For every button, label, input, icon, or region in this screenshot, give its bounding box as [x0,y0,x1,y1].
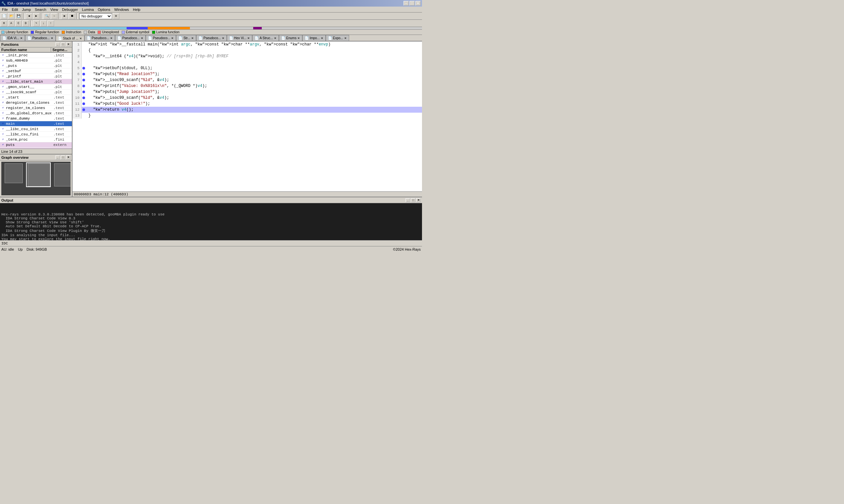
tab-pseudo2-close[interactable]: ✕ [110,37,113,40]
open-button[interactable]: 📂 [8,13,15,19]
minimize-button[interactable]: ─ [403,1,409,5]
tab-ida-view[interactable]: 📄 IDA Vi... ✕ [0,35,25,41]
tab-hex[interactable]: 📄 Hex Vi... ✕ [227,35,253,41]
functions-minimize[interactable]: _ [55,42,60,47]
back-button[interactable]: ◀ [26,13,32,19]
tab-imports[interactable]: 📄 Impo... ✕ [302,35,326,41]
output-maximize[interactable]: □ [411,198,415,202]
function-row[interactable]: ⚡_init_proc.init [0,53,72,58]
tab-stack-close[interactable]: ✕ [80,37,82,40]
tab-pseudo3[interactable]: 📄 Pseudoco... ✕ [115,35,146,41]
tool-code[interactable]: C [15,20,22,26]
function-row[interactable]: ⚡putsextern [0,142,72,148]
graph-close[interactable]: ✕ [66,156,71,159]
graph-maximize[interactable]: □ [61,156,65,159]
goto-button[interactable]: → [51,13,57,19]
menu-edit[interactable]: Edit [10,7,20,12]
graph-minimize[interactable]: _ [55,156,60,159]
tab-exports-close[interactable]: ✕ [344,37,347,40]
code-view[interactable]: 1"kw">int "kw">__fastcall main("kw">int … [72,41,422,192]
functions-close[interactable]: ✕ [66,42,71,47]
function-row[interactable]: ⚡__libc_start_main.plt [0,79,72,84]
tab-exports[interactable]: 📄 Expo... ✕ [326,35,349,41]
tab-str[interactable]: 📄 Str... ✕ [176,35,196,41]
output-close[interactable]: ✕ [416,198,421,202]
tab-pseudo1[interactable]: 📄 Pseudoco... ✕ [25,35,56,41]
tab-ida-view-close[interactable]: ✕ [20,37,23,40]
tab-pseudo4[interactable]: 📄 Pseudoco... ✕ [146,35,176,41]
code-line[interactable]: 13} [72,113,422,119]
tab-stack[interactable]: 📄 Stack of ... ✕ [56,36,84,41]
function-row[interactable]: ⚡sub_4004E0.plt [0,58,72,63]
function-row[interactable]: ⚡_term_proc.fini [0,137,72,142]
function-row[interactable]: ⚡frame_dummy.text [0,116,72,121]
function-row[interactable]: ⚡__libc_csu_init.text [0,126,72,132]
function-row[interactable]: ⚡_gmon_start__.plt [0,84,72,90]
tab-pseudo2[interactable]: 📄 Pseudoco... ✕ [84,35,115,41]
menu-debugger[interactable]: Debugger [60,7,80,12]
close-button[interactable]: ✕ [415,1,421,5]
tab-enums[interactable]: 📄 Enums ✕ [279,35,302,41]
code-line[interactable]: 5 "kw">setbuf(stdout, 0LL); [72,65,422,71]
functions-maximize[interactable]: □ [61,42,65,47]
code-line[interactable]: 4 [72,59,422,65]
debugger-selector[interactable]: No debugger [79,13,112,19]
menu-search[interactable]: Search [33,7,49,12]
function-row[interactable]: ⚡__libc_csu_fini.text [0,132,72,137]
menu-windows[interactable]: Windows [112,7,131,12]
function-row[interactable]: ⚡_printf.plt [0,74,72,79]
code-line[interactable]: 6 "kw">puts("Read location?"); [72,71,422,77]
function-row[interactable]: ⚡deregister_tm_clones.text [0,100,72,105]
function-row[interactable]: ⚡register_tm_clones.text [0,105,72,111]
tool-step-out[interactable]: ↑ [48,20,54,26]
tab-hex-close[interactable]: ✕ [247,37,250,40]
menu-jump[interactable]: Jump [20,7,33,12]
tab-struct-close[interactable]: ✕ [274,37,277,40]
function-row[interactable]: ⚡_setbuf.plt [0,69,72,74]
code-line[interactable]: 7 "kw">__isoc99_scanf("%ld", &v4); [72,77,422,83]
code-line[interactable]: 8 "kw">printf("Value: 0x%016lx\n", *(_QW… [72,83,422,89]
run-button[interactable]: ▶ [61,13,68,19]
tab-struct[interactable]: 📄 A Struc... ✕ [252,35,279,41]
tab-enums-close[interactable]: ✕ [297,37,300,40]
tab-pseudo1-close[interactable]: ✕ [51,37,53,40]
code-line[interactable]: 10 "kw">__isoc99_scanf("%ld", &v4); [72,95,422,101]
save-button[interactable]: 💾 [15,13,22,19]
menu-view[interactable]: View [48,7,60,12]
function-row[interactable]: ⚡main.text [0,121,72,126]
search-button[interactable]: 🔍 [44,13,50,19]
tool-hex[interactable]: H [1,20,7,26]
code-line[interactable]: 3 "kw">__int64 (*v4)("kw">void); // [rsp… [72,53,422,59]
function-row[interactable]: ⚡_puts.plt [0,63,72,69]
function-row[interactable]: ⚡__isoc99_scanf.plt [0,90,72,95]
tab-pseudo5[interactable]: 📄 Pseudoco... ✕ [196,35,227,41]
code-line[interactable]: 1"kw">int "kw">__fastcall main("kw">int … [72,41,422,48]
tool-asm[interactable]: A [8,20,15,26]
function-row[interactable]: ⚡__do_global_dtors_aux.text [0,111,72,116]
tab-imports-close[interactable]: ✕ [321,37,323,40]
code-line[interactable]: 12 "kw">return v4(); [72,107,422,113]
tab-str-close[interactable]: ✕ [191,37,194,40]
code-line[interactable]: 11 "kw">puts("Good luck!"); [72,101,422,107]
forward-button[interactable]: ▶ [33,13,39,19]
code-line[interactable]: 9 "kw">puts("Jump location?"); [72,89,422,95]
functions-list[interactable]: ⚡_init_proc.init⚡sub_4004E0.plt⚡_puts.pl… [0,53,72,148]
menu-lumina[interactable]: Lumina [80,7,96,12]
menu-options[interactable]: Options [96,7,113,12]
tool-step-over[interactable]: ↷ [33,20,39,26]
tool-data[interactable]: D [22,20,29,26]
tab-pseudo4-close[interactable]: ✕ [171,37,174,40]
tab-pseudo5-close[interactable]: ✕ [222,37,225,40]
maximize-button[interactable]: □ [410,1,415,5]
tool-step-into[interactable]: ↓ [40,20,47,26]
stop-button[interactable]: ⏹ [69,13,75,19]
new-button[interactable]: 📄 [1,13,7,19]
function-row[interactable]: ⚡_start.text [0,95,72,100]
debugger-options-button[interactable]: ⚙ [113,13,119,19]
graph-viewport[interactable] [26,162,51,187]
menu-help[interactable]: Help [131,7,142,12]
output-minimize[interactable]: _ [406,198,410,202]
tab-pseudo3-close[interactable]: ✕ [141,37,143,40]
code-line[interactable]: 2{ [72,48,422,53]
menu-file[interactable]: File [0,7,10,12]
